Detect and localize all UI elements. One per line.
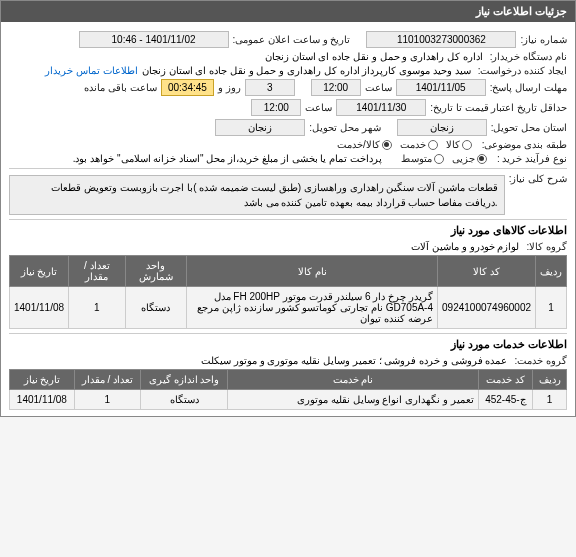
mohlat-time: 12:00 (311, 79, 361, 96)
radio-kala-khadmat-label: کالا/خدمت (337, 139, 380, 150)
tabaghe-radio-group: کالا خدمت کالا/خدمت (337, 139, 472, 150)
panel-header: جزئیات اطلاعات نیاز (1, 1, 575, 22)
th-vahed: واحد شمارش (125, 256, 187, 287)
kala-table: ردیف کد کالا نام کالا واحد شمارش تعداد /… (9, 255, 567, 329)
table-row: 1 0924100074960002 گریدر چرخ دار 6 سیلند… (10, 287, 567, 329)
radio-kala-khadmat[interactable] (382, 140, 392, 150)
ijad-label: ایجاد کننده درخواست: (478, 65, 567, 76)
cell-code: 0924100074960002 (438, 287, 536, 329)
farayand-label: نوع فرآیند خرید : (497, 153, 567, 164)
shomare-niaz-value: 1101003273000362 (366, 31, 516, 48)
rooz-label: روز و (218, 82, 241, 93)
shahr-value: زنجان (215, 119, 305, 136)
th-radif: ردیف (533, 370, 567, 390)
radio-motevasset[interactable] (434, 154, 444, 164)
th-name: نام خدمت (228, 370, 479, 390)
radio-motevasset-label: متوسط (401, 153, 432, 164)
th-tarikh: تاریخ نیاز (10, 256, 69, 287)
etebar-label: حداقل تاریخ اعتبار قیمت تا تاریخ: (430, 102, 567, 113)
countdown-label: ساعت باقی مانده (84, 82, 157, 93)
saat-label-1: ساعت (365, 82, 392, 93)
cell-vahed: دستگاه (125, 287, 187, 329)
mohlat-label: مهلت ارسال پاسخ: (490, 82, 567, 93)
th-vahed: واحد اندازه گیری (140, 370, 227, 390)
etebar-date: 1401/11/30 (336, 99, 426, 116)
ijad-value: سید وحید موسوی کارپرداز اداره کل راهداری… (142, 65, 471, 76)
khadmat-section-title: اطلاعات خدمات مورد نیاز (9, 338, 567, 351)
cell-radif: 1 (533, 390, 567, 410)
divider (9, 168, 567, 169)
th-code: کد خدمت (478, 370, 532, 390)
kala-section-title: اطلاعات کالاهای مورد نیاز (9, 224, 567, 237)
th-tarikh: تاریخ نیاز (10, 370, 75, 390)
table-row: 1 ج-45-452 تعمیر و نگهداری انواع وسایل ن… (10, 390, 567, 410)
th-name: نام کالا (187, 256, 438, 287)
th-radif: ردیف (536, 256, 567, 287)
countdown-value: 00:34:45 (161, 79, 214, 96)
kala-group-label: گروه کالا: (526, 241, 567, 252)
ostan-value: زنجان (397, 119, 487, 136)
tarikh-elan-value: 1401/11/02 - 10:46 (79, 31, 229, 48)
th-tedad: تعداد / مقدار (69, 256, 125, 287)
divider (9, 219, 567, 220)
radio-khadmat[interactable] (428, 140, 438, 150)
radio-kala-label: کالا (446, 139, 460, 150)
farayand-radio-group: جزیی متوسط (401, 153, 487, 164)
cell-tarikh: 1401/11/08 (10, 390, 75, 410)
cell-tedad: 1 (74, 390, 140, 410)
tamas-link[interactable]: اطلاعات تماس خریدار (45, 65, 138, 76)
cell-name: تعمیر و نگهداری انواع وسایل نقلیه موتوری (228, 390, 479, 410)
shomare-niaz-label: شماره نیاز: (520, 34, 567, 45)
etebar-time: 12:00 (251, 99, 301, 116)
khadmat-table: ردیف کد خدمت نام خدمت واحد اندازه گیری ت… (9, 369, 567, 410)
tabaghe-label: طبقه بندی موضوعی: (482, 139, 567, 150)
tarikh-elan-label: تاریخ و ساعت اعلان عمومی: (233, 34, 351, 45)
cell-tarikh: 1401/11/08 (10, 287, 69, 329)
kala-group-value: لوازم خودرو و ماشین آلات (411, 241, 519, 252)
divider (9, 333, 567, 334)
cell-radif: 1 (536, 287, 567, 329)
payment-note: پرداخت تمام یا بخشی از مبلغ خرید،از محل … (73, 153, 382, 164)
th-tedad: تعداد / مقدار (74, 370, 140, 390)
radio-jozi[interactable] (477, 154, 487, 164)
ostan-label: استان محل تحویل: (491, 122, 567, 133)
cell-code: ج-45-452 (478, 390, 532, 410)
cell-name: گریدر چرخ دار 6 سیلندر قدرت موتور FH 200… (187, 287, 438, 329)
mohlat-date: 1401/11/05 (396, 79, 486, 96)
khadmat-group-label: گروه خدمت: (514, 355, 567, 366)
sharh-label: شرح کلی نیاز: (509, 173, 567, 184)
khadmat-group-value: عمده فروشی و خرده فروشی ؛ تعمیر وسایل نق… (201, 355, 507, 366)
kharidar-value: اداره کل راهداری و حمل و نقل جاده ای است… (265, 51, 483, 62)
saat-label-2: ساعت (305, 102, 332, 113)
radio-kala[interactable] (462, 140, 472, 150)
shahr-label: شهر محل تحویل: (309, 122, 380, 133)
kharidar-label: نام دستگاه خریدار: (490, 51, 567, 62)
sharh-value: قطعات ماشین آلات سنگین راهداری وراهسازی … (9, 175, 505, 215)
cell-tedad: 1 (69, 287, 125, 329)
radio-jozi-label: جزیی (452, 153, 475, 164)
rooz-value: 3 (245, 79, 295, 96)
cell-vahed: دستگاه (140, 390, 227, 410)
radio-khadmat-label: خدمت (400, 139, 426, 150)
th-code: کد کالا (438, 256, 536, 287)
